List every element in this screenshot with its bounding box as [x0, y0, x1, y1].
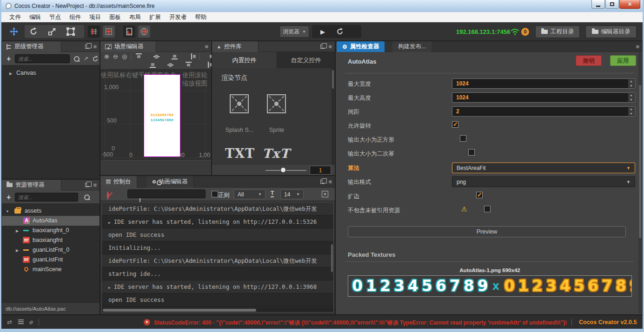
panel-menu-icon[interactable]: ≡	[328, 179, 332, 185]
widget-label-node[interactable]: TXT	[225, 146, 255, 161]
menu-edit[interactable]: 编辑	[25, 12, 45, 22]
coordinate-mode-button[interactable]	[103, 26, 115, 38]
widget-splash-sprite[interactable]	[230, 94, 249, 113]
search-icon[interactable]	[84, 194, 90, 201]
panel-menu-icon[interactable]: ≡	[93, 182, 97, 188]
tab-hierarchy[interactable]: 层级管理器	[2, 41, 61, 52]
h-scrollbar-thumb[interactable]	[103, 309, 256, 312]
play-button[interactable]: ▶	[312, 28, 333, 35]
tab-console[interactable]: 控制台	[100, 176, 137, 188]
widget-richtext-node[interactable]: TxT	[262, 146, 290, 161]
rotate-tool-button[interactable]	[27, 26, 40, 38]
search-icon[interactable]	[73, 56, 80, 62]
tab-widget-library[interactable]: ▲ 控件库	[212, 41, 259, 52]
log-row[interactable]: Initializing...	[102, 241, 333, 254]
padding-input[interactable]	[452, 107, 635, 116]
align-left-icon[interactable]	[191, 53, 197, 59]
expand-arrow-icon[interactable]	[108, 283, 114, 290]
expand-arrow-icon[interactable]	[6, 206, 9, 216]
clear-console-button[interactable]	[107, 191, 109, 200]
layers-icon[interactable]	[18, 319, 24, 325]
max-height-input[interactable]	[452, 93, 635, 102]
tab-scene[interactable]: 场景编辑器	[100, 41, 156, 52]
zoom-slider-track[interactable]	[266, 170, 306, 171]
max-width-input[interactable]	[452, 79, 635, 88]
tab-custom-widgets[interactable]: 自定义控件	[277, 52, 335, 68]
tree-node-guanlistfnt[interactable]: Bf guanListFnt	[2, 255, 100, 265]
scrollbar-track[interactable]	[638, 52, 642, 313]
console-filter-input[interactable]	[127, 189, 206, 198]
h-scrollbar-track[interactable]	[102, 308, 333, 312]
eye-off-icon[interactable]: ø	[29, 319, 33, 325]
max-width-field[interactable]: ▲▼	[452, 78, 635, 89]
tab-animation-editor[interactable]: 动画编辑器	[147, 176, 194, 188]
algorithm-dropdown[interactable]: BestAreaFit	[452, 163, 635, 173]
scrollbar-thumb[interactable]	[332, 70, 334, 89]
expand-arrow-icon[interactable]	[16, 245, 19, 255]
collapse-all-icon[interactable]: ▼	[322, 191, 328, 197]
panel-menu-icon[interactable]: ≡	[636, 44, 639, 50]
zoom-slider-knob[interactable]	[280, 167, 286, 173]
menu-layout[interactable]: 布局	[125, 12, 145, 22]
distribute-vcenter-icon[interactable]	[167, 62, 173, 68]
distribute-top-icon[interactable]	[150, 62, 156, 68]
distribute-bottom-icon[interactable]	[186, 62, 192, 68]
expand-all-icon[interactable]: ↗	[84, 55, 88, 62]
editor-directory-button[interactable]: 编辑器目录	[585, 26, 637, 38]
preview-target-dropdown[interactable]: 浏览器	[279, 26, 309, 38]
refresh-button[interactable]	[336, 28, 344, 35]
expand-arrow-icon[interactable]	[108, 218, 114, 225]
panel-menu-icon[interactable]: ≡	[205, 44, 208, 50]
format-dropdown[interactable]: png	[452, 176, 635, 187]
refresh-icon[interactable]	[92, 56, 99, 62]
design-resolution-rect[interactable]: 0123456789 1234567890	[144, 74, 180, 157]
log-row[interactable]: IDE server has started, listening on htt…	[102, 215, 333, 228]
popout-icon[interactable]	[320, 45, 325, 49]
log-row[interactable]: starting ide...	[102, 267, 333, 280]
tab-build-publish[interactable]: 构建发布...	[392, 41, 432, 52]
zoom-out-icon[interactable]: ⊖	[113, 53, 118, 60]
assets-search-input[interactable]	[15, 193, 78, 202]
menu-project[interactable]: 项目	[85, 12, 105, 22]
font-size-dropdown[interactable]: 14	[280, 189, 304, 199]
log-level-dropdown[interactable]: All	[234, 189, 266, 199]
tab-assets[interactable]: 资源管理器	[2, 180, 61, 190]
popout-icon[interactable]	[85, 183, 89, 187]
popout-icon[interactable]	[320, 180, 325, 184]
scrollbar-thumb[interactable]	[639, 85, 641, 238]
add-asset-button[interactable]: +	[7, 194, 11, 201]
expand-arrow-icon[interactable]	[16, 226, 19, 236]
pivot-mode-button[interactable]	[88, 26, 100, 38]
add-node-button[interactable]: +	[7, 55, 11, 63]
panel-menu-icon[interactable]: ≡	[328, 44, 332, 50]
grid-view-button[interactable]	[138, 26, 150, 38]
design-resolution-button[interactable]	[123, 26, 135, 38]
apply-button[interactable]: 应用	[610, 55, 636, 66]
v-scrollbar-thumb[interactable]	[331, 244, 333, 272]
force-square-checkbox[interactable]	[460, 135, 466, 142]
align-top-icon[interactable]	[136, 53, 142, 59]
spinner-arrows-icon[interactable]: ▲▼	[628, 107, 634, 116]
extrude-checkbox[interactable]	[476, 192, 483, 198]
align-vcenter-icon[interactable]	[153, 53, 159, 59]
menu-developer[interactable]: 开发者	[165, 12, 191, 22]
padding-field[interactable]: ▲▼	[452, 106, 635, 117]
tree-node-canvas[interactable]: Canvas	[2, 68, 100, 78]
menu-extension[interactable]: 扩展	[145, 12, 165, 22]
minimize-button[interactable]	[591, 0, 605, 9]
menu-file[interactable]: 文件	[5, 12, 25, 22]
scrollbar-track[interactable]	[332, 68, 334, 164]
allow-rotation-checkbox[interactable]	[452, 121, 458, 128]
log-row[interactable]: idePortFile: C:\Users\Administrator\AppD…	[102, 254, 333, 267]
popout-icon[interactable]	[85, 45, 89, 49]
power-of-two-checkbox[interactable]	[468, 149, 475, 156]
expand-arrow-icon[interactable]	[9, 68, 12, 78]
scene-viewport[interactable]: 使用鼠标右键平移视窗焦点，使用滚轮缩放视图 1,000 500 0 -500 0…	[100, 70, 211, 160]
close-button[interactable]: ×	[619, 0, 640, 9]
packed-texture-preview[interactable]: 0123456789 x 0123456789	[348, 275, 632, 297]
regex-checkbox[interactable]	[212, 191, 218, 197]
menu-panel[interactable]: 面板	[105, 12, 125, 22]
tree-node-baoxiangfnt-0[interactable]: baoxiangfnt_0	[2, 226, 100, 235]
tab-inspector[interactable]: ⚙ 属性检查器	[337, 41, 385, 52]
tree-node-baoxiangfnt[interactable]: Bf baoxiangfnt	[2, 235, 100, 245]
